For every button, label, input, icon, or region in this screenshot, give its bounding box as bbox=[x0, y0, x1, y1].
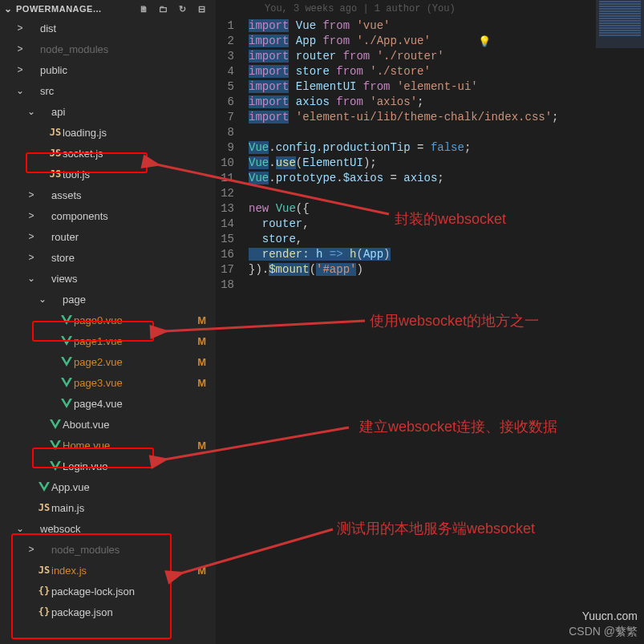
tree-item[interactable]: ⌄views bbox=[0, 268, 216, 289]
code-line[interactable]: 2import App from './App.vue' bbox=[217, 34, 644, 49]
line-number: 15 bbox=[217, 232, 249, 247]
project-title: POWERMANAGE... bbox=[16, 4, 137, 14]
refresh-icon[interactable]: ↻ bbox=[176, 4, 190, 14]
file-label: store bbox=[51, 252, 208, 264]
git-badge: M bbox=[197, 377, 208, 389]
code-line[interactable]: 8 bbox=[217, 125, 644, 140]
file-label: api bbox=[51, 106, 208, 118]
js-icon: JS bbox=[37, 565, 51, 576]
code-line[interactable]: 18 bbox=[217, 277, 644, 293]
tree-item[interactable]: >store bbox=[0, 247, 216, 268]
code-line[interactable]: 4import store from './store' bbox=[217, 64, 644, 79]
code-line[interactable]: 7import 'element-ui/lib/theme-chalk/inde… bbox=[217, 110, 644, 125]
tree-item[interactable]: >node_modules bbox=[0, 38, 216, 59]
file-label: node_modules bbox=[40, 43, 208, 55]
git-blame-info: You, 3 weeks ago | 1 author (You) bbox=[217, 0, 644, 18]
js-icon: JS bbox=[48, 148, 63, 159]
file-label: page bbox=[63, 294, 208, 306]
git-badge: M bbox=[197, 335, 208, 347]
tree-item[interactable]: ⌄websock bbox=[0, 518, 216, 539]
file-label: App.vue bbox=[51, 481, 208, 493]
collapse-icon[interactable]: ⊟ bbox=[195, 4, 209, 14]
code-line[interactable]: 5import ElementUI from 'element-ui' bbox=[217, 79, 644, 95]
chevron-icon[interactable]: > bbox=[14, 43, 26, 55]
tree-item[interactable]: >public bbox=[0, 59, 216, 80]
tree-item[interactable]: Login.vue bbox=[0, 456, 216, 476]
tree-item[interactable]: >node_modules bbox=[0, 539, 216, 560]
tree-item[interactable]: {}package.json bbox=[0, 601, 216, 622]
file-label: main.js bbox=[51, 502, 208, 514]
code-line[interactable]: 10Vue.use(ElementUI); bbox=[217, 156, 644, 171]
file-label: page0.vue bbox=[74, 314, 197, 326]
file-tree: >dist>node_modules>public⌄src⌄apiJSloadi… bbox=[0, 18, 216, 644]
code-line[interactable]: 3import router from './router' bbox=[217, 49, 644, 64]
lightbulb-icon[interactable]: 💡 bbox=[478, 34, 491, 50]
code-line[interactable]: 16 render: h => h(App) bbox=[217, 247, 644, 262]
svg-marker-2 bbox=[61, 357, 72, 367]
chevron-icon[interactable]: > bbox=[14, 22, 26, 34]
code-line[interactable]: 14 router, bbox=[217, 217, 644, 232]
code-line[interactable]: 11Vue.prototype.$axios = axios; bbox=[217, 171, 644, 186]
vue-icon bbox=[59, 357, 74, 367]
code-line[interactable]: 15 store, bbox=[217, 232, 644, 247]
chevron-icon[interactable]: > bbox=[26, 231, 37, 242]
minimap[interactable] bbox=[596, 0, 644, 48]
tree-item[interactable]: About.vue bbox=[0, 414, 216, 435]
line-number: 2 bbox=[217, 34, 249, 49]
file-label: About.vue bbox=[63, 419, 208, 431]
line-number: 17 bbox=[217, 262, 249, 277]
tree-item[interactable]: App.vue bbox=[0, 476, 216, 497]
code-line[interactable]: 1import Vue from 'vue' bbox=[217, 18, 644, 34]
tree-item[interactable]: >router bbox=[0, 226, 216, 247]
tree-item[interactable]: JStool.js bbox=[0, 164, 216, 184]
tree-item[interactable]: {}package-lock.json bbox=[0, 581, 216, 601]
tree-item[interactable]: page1.vueM bbox=[0, 330, 216, 351]
code-line[interactable]: 12 bbox=[217, 186, 644, 201]
chevron-icon[interactable]: ⌄ bbox=[26, 273, 37, 284]
code-line[interactable]: 9Vue.config.productionTip = false; bbox=[217, 140, 644, 156]
chevron-icon[interactable]: ⌄ bbox=[26, 106, 37, 117]
tree-item[interactable]: page0.vueM bbox=[0, 310, 216, 330]
file-label: Login.vue bbox=[63, 460, 208, 472]
tree-item[interactable]: ⌄api bbox=[0, 101, 216, 122]
chevron-down-icon[interactable]: ⌄ bbox=[3, 3, 13, 14]
vue-icon bbox=[48, 419, 63, 429]
code-line[interactable]: 17}).$mount('#app') bbox=[217, 262, 644, 277]
tree-item[interactable]: JSsocket.js bbox=[0, 143, 216, 164]
tree-item[interactable]: page2.vueM bbox=[0, 351, 216, 372]
tree-item[interactable]: ⌄page bbox=[0, 289, 216, 310]
line-number: 13 bbox=[217, 201, 249, 217]
chevron-icon[interactable]: > bbox=[14, 64, 26, 75]
tree-item[interactable]: page3.vueM bbox=[0, 372, 216, 393]
tree-item[interactable]: JSmain.js bbox=[0, 497, 216, 518]
tree-item[interactable]: JSindex.jsM bbox=[0, 560, 216, 581]
chevron-icon[interactable]: ⌄ bbox=[14, 523, 26, 534]
line-number: 10 bbox=[217, 156, 249, 171]
explorer-header: ⌄ POWERMANAGE... 🗎 🗀 ↻ ⊟ bbox=[0, 0, 216, 18]
chevron-icon[interactable]: ⌄ bbox=[37, 294, 48, 305]
tree-item[interactable]: >components bbox=[0, 205, 216, 226]
tree-item[interactable]: JSloading.js bbox=[0, 122, 216, 143]
new-file-icon[interactable]: 🗎 bbox=[137, 4, 152, 14]
new-folder-icon[interactable]: 🗀 bbox=[156, 4, 171, 14]
file-label: Home.vue bbox=[63, 439, 197, 452]
chevron-icon[interactable]: > bbox=[26, 189, 37, 200]
git-badge: M bbox=[197, 314, 208, 326]
chevron-icon[interactable]: > bbox=[26, 544, 37, 555]
code-editor[interactable]: You, 3 weeks ago | 1 author (You) 1impor… bbox=[217, 0, 644, 644]
explorer-sidebar: ⌄ POWERMANAGE... 🗎 🗀 ↻ ⊟ >dist>node_modu… bbox=[0, 0, 217, 644]
tree-item[interactable]: Home.vueM bbox=[0, 435, 216, 456]
tree-item[interactable]: ⌄src bbox=[0, 80, 216, 101]
chevron-icon[interactable]: > bbox=[26, 210, 37, 221]
tree-item[interactable]: page4.vue bbox=[0, 393, 216, 414]
chevron-icon[interactable]: > bbox=[26, 252, 37, 263]
tree-item[interactable]: >assets bbox=[0, 184, 216, 205]
code-line[interactable]: 13new Vue({ bbox=[217, 201, 644, 217]
tree-item[interactable]: >dist bbox=[0, 18, 216, 38]
line-number: 18 bbox=[217, 277, 249, 293]
code-body[interactable]: 1import Vue from 'vue'2import App from '… bbox=[217, 18, 644, 293]
chevron-icon[interactable]: ⌄ bbox=[14, 85, 26, 96]
code-line[interactable]: 6import axios from 'axios'; bbox=[217, 95, 644, 110]
js-icon: JS bbox=[48, 127, 63, 138]
file-label: router bbox=[51, 231, 208, 243]
